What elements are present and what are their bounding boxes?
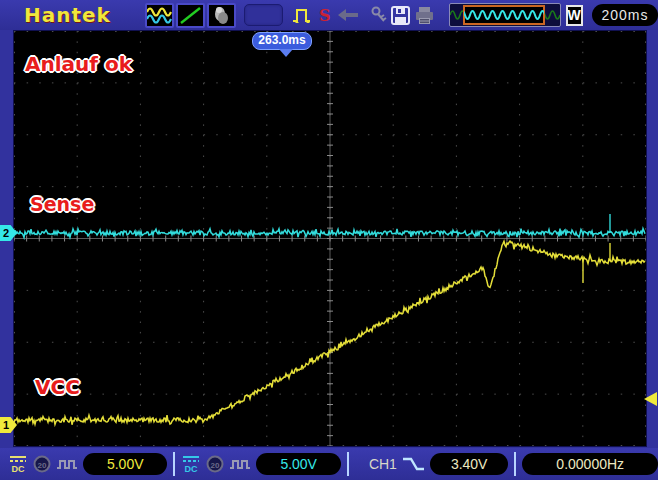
diagonal-line-glyph (178, 6, 203, 25)
ch1-coupling-icon[interactable]: DC (8, 454, 28, 474)
svg-text:20: 20 (38, 461, 47, 470)
pulse-trigger-icon[interactable] (291, 4, 313, 26)
ch1-volts-div-display: 5.00V (83, 453, 167, 475)
hand-pan-icon[interactable] (207, 3, 236, 28)
trigger-position-tag[interactable]: 263.0ms (252, 32, 312, 50)
hand-glyph (209, 6, 234, 25)
svg-text:DC: DC (185, 464, 198, 474)
back-arrow-icon[interactable] (337, 8, 359, 22)
statusbar-divider (347, 452, 349, 476)
svg-text:20: 20 (211, 461, 220, 470)
arrow-glyph (337, 8, 359, 22)
channels-icon[interactable] (145, 3, 174, 28)
statusbar-divider (173, 452, 175, 476)
annotation-sense: Sense (30, 193, 94, 215)
brand-logo: Hantek (24, 3, 111, 27)
pulse-glyph (291, 4, 313, 26)
ch1-invert-icon[interactable] (56, 456, 78, 472)
ch2-coupling-icon[interactable]: DC (181, 454, 201, 474)
statusbar-divider (514, 452, 516, 476)
annotation-vcc: VCC (35, 375, 80, 399)
trigger-level-display: 3.40V (430, 453, 509, 475)
trigger-falling-edge-icon (401, 455, 425, 473)
channel-waves-glyph (147, 6, 172, 25)
cursor-measure-icon[interactable] (176, 3, 205, 28)
ch1-bandwidth-limit-icon[interactable]: 20 (33, 455, 51, 473)
ch2-volts-div-display: 5.00V (256, 453, 340, 475)
trigger-position-pointer-icon (279, 49, 293, 57)
preview-glyph (450, 5, 560, 25)
status-bar: DC 20 5.00V DC 20 (0, 448, 658, 480)
svg-text:DC: DC (12, 464, 25, 474)
ch2-invert-icon[interactable] (229, 456, 251, 472)
waveform-preview[interactable] (449, 3, 561, 27)
ch2-bandwidth-limit-icon[interactable]: 20 (206, 455, 224, 473)
graticule-and-traces (14, 31, 646, 446)
floppy-glyph (391, 6, 410, 25)
single-seq-label[interactable]: S (319, 6, 331, 25)
print-icon[interactable] (414, 6, 435, 25)
window-mode-badge[interactable]: W (566, 5, 583, 26)
save-icon[interactable] (391, 6, 410, 25)
key-icon[interactable] (371, 6, 387, 24)
trigger-source-label: CH1 (369, 456, 397, 472)
display-slot (244, 4, 283, 26)
oscilloscope-screen: Hantek S (0, 0, 658, 480)
key-glyph (371, 6, 387, 24)
frequency-counter-display: 0.00000Hz (522, 453, 658, 475)
timebase-display[interactable]: 200ms (592, 4, 658, 26)
toolbar: Hantek S (0, 0, 658, 30)
annotation-anlauf-ok: Anlauf ok (25, 52, 132, 76)
printer-glyph (414, 6, 435, 25)
waveform-display[interactable]: 263.0ms Anlauf ok Sense VCC (14, 31, 646, 446)
